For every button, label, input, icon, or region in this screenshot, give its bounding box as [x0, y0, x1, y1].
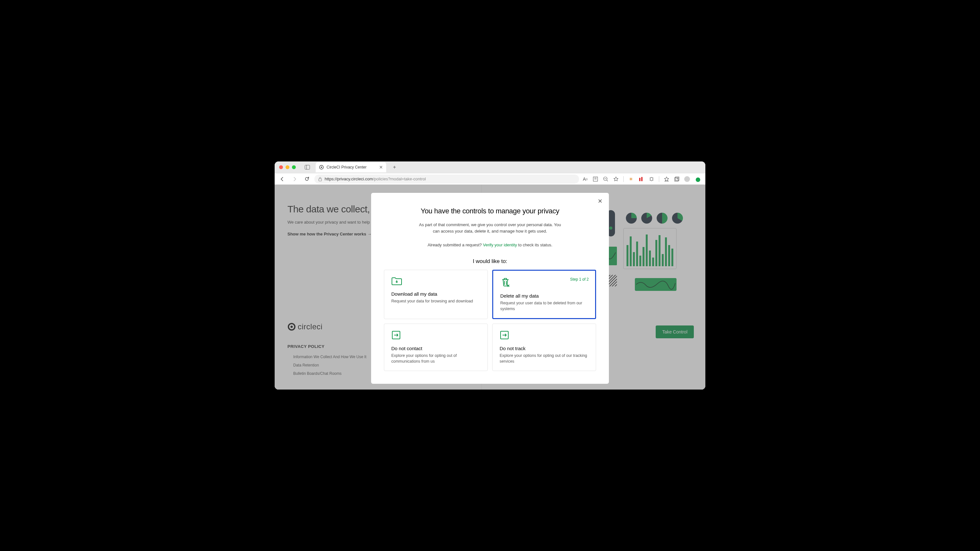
- browser-tab[interactable]: CircleCI Privacy Center ✕: [316, 162, 386, 172]
- minimize-window-button[interactable]: [286, 165, 290, 169]
- collections-icon[interactable]: [674, 176, 680, 182]
- svg-rect-0: [305, 165, 310, 170]
- favorites-icon[interactable]: [613, 176, 619, 182]
- verify-identity-link[interactable]: Verify your identity: [483, 243, 517, 247]
- arrow-out-icon: [500, 330, 589, 340]
- card-title: Delete all my data: [500, 293, 588, 299]
- maximize-window-button[interactable]: [292, 165, 296, 169]
- toolbar-extensions: A)) ✳ ⋯: [582, 176, 702, 182]
- sidebar-toggle-icon[interactable]: [304, 164, 311, 171]
- modal-verify-row: Already submitted a request? Verify your…: [384, 243, 596, 247]
- zoom-out-icon[interactable]: [603, 176, 609, 182]
- browser-window: CircleCI Privacy Center ✕ + https://priv…: [275, 162, 705, 389]
- extension-bug-icon[interactable]: ✳: [628, 176, 634, 182]
- step-indicator: Step 1 of 2: [570, 277, 589, 282]
- svg-rect-12: [641, 177, 643, 181]
- extensions-puzzle-icon[interactable]: [649, 176, 654, 182]
- card-title: Do not track: [500, 346, 589, 351]
- do-not-track-card[interactable]: Do not track Explore your options for op…: [492, 324, 596, 371]
- card-desc: Request your user data to be deleted fro…: [500, 300, 588, 312]
- verify-suffix: to check its status.: [517, 243, 552, 247]
- folder-download-icon: [391, 276, 480, 286]
- card-desc: Explore your options for opting out of c…: [391, 353, 480, 364]
- favorites-star-icon[interactable]: [664, 176, 670, 182]
- card-title: Download all my data: [391, 291, 480, 297]
- reload-button[interactable]: [302, 175, 311, 184]
- window-controls: [279, 165, 296, 169]
- modal-subheading: I would like to:: [384, 258, 596, 265]
- url-text: https://privacy.circleci.com/policies?mo…: [325, 176, 426, 181]
- svg-line-9: [607, 180, 608, 181]
- option-cards-grid: Download all my data Request your data f…: [384, 270, 596, 371]
- card-desc: Explore your options for opting out of o…: [500, 353, 589, 364]
- reader-icon[interactable]: [593, 176, 598, 182]
- close-window-button[interactable]: [279, 165, 283, 169]
- back-button[interactable]: [278, 175, 287, 184]
- lock-icon: [318, 177, 322, 181]
- read-aloud-icon[interactable]: A)): [582, 176, 588, 182]
- download-data-card[interactable]: Download all my data Request your data f…: [384, 270, 488, 319]
- delete-data-card[interactable]: Step 1 of 2 Delete all my data Request y…: [492, 270, 596, 319]
- card-title: Do not contact: [391, 346, 480, 351]
- arrow-out-icon: [391, 330, 480, 340]
- new-tab-button[interactable]: +: [390, 163, 399, 172]
- svg-rect-4: [319, 179, 322, 181]
- privacy-modal: ✕ You have the controls to manage your p…: [371, 193, 609, 384]
- tab-strip: CircleCI Privacy Center ✕ +: [275, 162, 705, 173]
- toolbar: https://privacy.circleci.com/policies?mo…: [275, 173, 705, 184]
- do-not-contact-card[interactable]: Do not contact Explore your options for …: [384, 324, 488, 371]
- svg-point-3: [321, 167, 322, 168]
- browser-chrome: CircleCI Privacy Center ✕ + https://priv…: [275, 162, 705, 184]
- card-desc: Request your data for browsing and downl…: [391, 299, 480, 304]
- tab-favicon-icon: [319, 165, 324, 170]
- page-viewport: The data we collect, how it's u We care …: [275, 184, 705, 389]
- tab-close-icon[interactable]: ✕: [379, 165, 383, 170]
- verify-prefix: Already submitted a request?: [428, 243, 483, 247]
- extension-bars-icon[interactable]: [638, 176, 644, 182]
- profile-avatar[interactable]: [684, 176, 690, 182]
- modal-description: As part of that commitment, we give you …: [416, 222, 564, 234]
- modal-close-icon[interactable]: ✕: [596, 197, 604, 205]
- address-bar[interactable]: https://privacy.circleci.com/policies?mo…: [314, 175, 579, 184]
- svg-rect-11: [640, 178, 641, 181]
- modal-title: You have the controls to manage your pri…: [384, 207, 596, 215]
- modal-overlay[interactable]: ✕ You have the controls to manage your p…: [275, 184, 705, 389]
- tab-title: CircleCI Privacy Center: [326, 165, 367, 170]
- more-menu-icon[interactable]: ⋯: [694, 176, 700, 182]
- forward-button[interactable]: [290, 175, 299, 184]
